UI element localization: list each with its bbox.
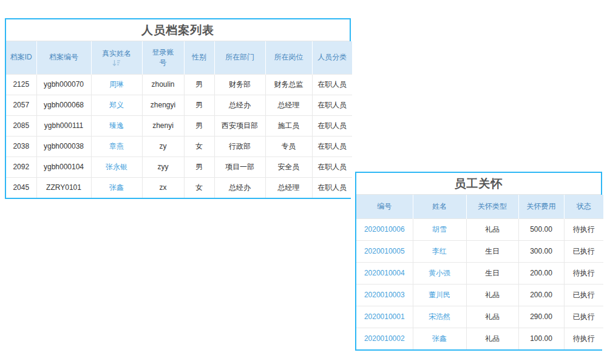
- category-cell: 在职人员: [312, 95, 352, 115]
- department-cell: 总经办: [214, 95, 265, 115]
- col-header-login-account[interactable]: 登录账号: [142, 41, 184, 74]
- type-cell: 生日: [466, 240, 518, 262]
- employee-care-body: 2020010006胡雪礼品500.00待执行2020010005李红生日300…: [356, 218, 603, 349]
- name-cell: 董川民: [413, 284, 466, 306]
- table-row: 2092ygbh000104张永银zyy男项目一部安全员在职人员: [6, 157, 352, 177]
- table-row: 2020010002张鑫礼品100.00待执行: [356, 328, 603, 349]
- position-cell: 总经理: [265, 177, 312, 198]
- department-cell: 行政部: [214, 136, 265, 157]
- header-row: 档案ID 档案编号 真实姓名 登录账号: [6, 41, 352, 74]
- table-row: 2045ZZRY0101张鑫zx女总经办总经理在职人员: [6, 177, 352, 198]
- name-link[interactable]: 李红: [432, 247, 447, 255]
- id-cell: 2045: [6, 177, 36, 198]
- employee-care-title: 员工关怀: [356, 173, 601, 195]
- code-cell: ygbh000104: [36, 157, 91, 177]
- gender-cell: 女: [184, 136, 214, 157]
- name-link[interactable]: 张鑫: [432, 334, 447, 343]
- name-link[interactable]: 宋浩然: [429, 312, 450, 321]
- account-cell: zhoulin: [142, 74, 184, 95]
- position-cell: 财务总监: [265, 74, 312, 95]
- col-header-care-name[interactable]: 姓名: [413, 195, 466, 218]
- gender-cell: 男: [184, 157, 214, 177]
- no-link[interactable]: 2020010002: [364, 334, 405, 343]
- no-link[interactable]: 2020010006: [364, 225, 405, 234]
- status-cell: 已执行: [564, 284, 603, 306]
- name-cell: 张鑫: [91, 177, 142, 198]
- cost-cell: 200.00: [518, 262, 564, 284]
- col-header-real-name[interactable]: 真实姓名: [91, 41, 142, 74]
- cost-cell: 300.00: [518, 240, 564, 262]
- gender-cell: 男: [184, 74, 214, 95]
- col-header-department[interactable]: 所在部门: [214, 41, 265, 74]
- cost-cell: 290.00: [518, 306, 564, 328]
- type-cell: 礼品: [466, 328, 518, 349]
- id-cell: 2085: [6, 115, 36, 136]
- position-cell: 施工员: [265, 115, 312, 136]
- type-cell: 礼品: [466, 306, 518, 328]
- employee-care-header: 编号 姓名 关怀类型 关怀费用 状态: [356, 195, 603, 218]
- col-header-category[interactable]: 人员分类: [312, 41, 352, 74]
- status-cell: 待执行: [564, 328, 603, 349]
- category-cell: 在职人员: [312, 177, 352, 198]
- code-cell: ygbh000111: [36, 115, 91, 136]
- department-cell: 项目一部: [214, 157, 265, 177]
- no-cell: 2020010004: [356, 262, 413, 284]
- name-link[interactable]: 董川民: [429, 291, 450, 299]
- name-cell: 郑义: [91, 95, 142, 115]
- personnel-archive-body: 2125ygbh000070周琳zhoulin男财务部财务总监在职人员2057y…: [6, 74, 352, 198]
- name-cell: 张鑫: [413, 328, 466, 349]
- cost-cell: 500.00: [518, 218, 564, 240]
- no-link[interactable]: 2020010001: [364, 312, 405, 321]
- sort-amount-icon: [112, 59, 121, 67]
- no-link[interactable]: 2020010003: [364, 291, 405, 299]
- col-header-real-name-label: 真实姓名: [93, 49, 141, 59]
- no-cell: 2020010001: [356, 306, 413, 328]
- table-row: 2020010004黄小强生日200.00待执行: [356, 262, 603, 284]
- col-header-care-cost[interactable]: 关怀费用: [518, 195, 564, 218]
- department-cell: 财务部: [214, 74, 265, 95]
- id-cell: 2057: [6, 95, 36, 115]
- employee-care-panel: 员工关怀 编号 姓名 关怀类型 关怀费用 状态 2020010006胡雪礼品50…: [355, 172, 602, 351]
- name-cell: 黄小强: [413, 262, 466, 284]
- status-cell: 已执行: [564, 306, 603, 328]
- name-cell: 臻逸: [91, 115, 142, 136]
- table-row: 2057ygbh000068郑义zhengyi男总经办总经理在职人员: [6, 95, 352, 115]
- no-link[interactable]: 2020010005: [364, 247, 405, 255]
- table-row: 2020010005李红生日300.00已执行: [356, 240, 603, 262]
- table-row: 2020010001宋浩然礼品290.00已执行: [356, 306, 603, 328]
- code-cell: ygbh000070: [36, 74, 91, 95]
- name-link[interactable]: 臻逸: [109, 121, 124, 130]
- col-header-archive-code[interactable]: 档案编号: [36, 41, 91, 74]
- col-header-care-type[interactable]: 关怀类型: [466, 195, 518, 218]
- header-row: 编号 姓名 关怀类型 关怀费用 状态: [356, 195, 603, 218]
- name-link[interactable]: 周琳: [109, 80, 124, 89]
- table-row: 2125ygbh000070周琳zhoulin男财务部财务总监在职人员: [6, 74, 352, 95]
- name-link[interactable]: 张永银: [106, 163, 127, 171]
- col-header-care-no[interactable]: 编号: [356, 195, 413, 218]
- col-header-gender[interactable]: 性别: [184, 41, 214, 74]
- gender-cell: 男: [184, 95, 214, 115]
- id-cell: 2092: [6, 157, 36, 177]
- personnel-archive-title: 人员档案列表: [6, 19, 350, 41]
- no-cell: 2020010006: [356, 218, 413, 240]
- name-cell: 章燕: [91, 136, 142, 157]
- department-cell: 总经办: [214, 177, 265, 198]
- account-cell: zyy: [142, 157, 184, 177]
- position-cell: 安全员: [265, 157, 312, 177]
- name-link[interactable]: 胡雪: [432, 225, 447, 234]
- position-cell: 专员: [265, 136, 312, 157]
- col-header-care-status[interactable]: 状态: [564, 195, 603, 218]
- name-link[interactable]: 张鑫: [109, 183, 124, 192]
- name-link[interactable]: 章燕: [109, 142, 124, 150]
- name-link[interactable]: 黄小强: [429, 269, 450, 277]
- gender-cell: 女: [184, 177, 214, 198]
- code-cell: ygbh000068: [36, 95, 91, 115]
- col-header-archive-id[interactable]: 档案ID: [6, 41, 36, 74]
- status-cell: 待执行: [564, 262, 603, 284]
- gender-cell: 男: [184, 115, 214, 136]
- name-link[interactable]: 郑义: [109, 101, 124, 109]
- name-cell: 李红: [413, 240, 466, 262]
- table-row: 2020010006胡雪礼品500.00待执行: [356, 218, 603, 240]
- col-header-position[interactable]: 所在岗位: [265, 41, 312, 74]
- no-link[interactable]: 2020010004: [364, 269, 405, 277]
